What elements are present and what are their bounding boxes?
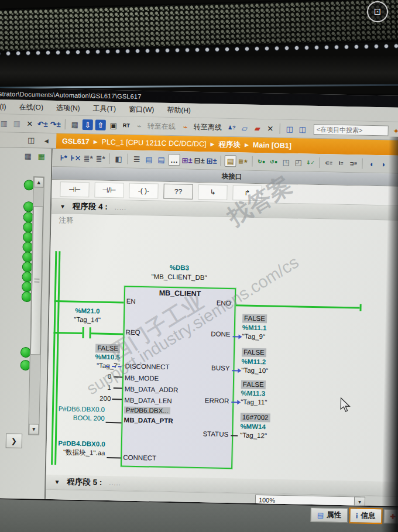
online-plug-icon[interactable]: ⌁ [134,121,145,131]
mb-data-addr-value[interactable]: 1 [71,383,111,392]
go-online-button[interactable]: 转至在线 [147,121,176,132]
pin-disconnect[interactable]: DISCONNECT [125,363,169,371]
network-5-comment-dots[interactable]: ..... [109,479,121,486]
pin-error[interactable]: ERROR [182,396,229,404]
pin-req[interactable]: REQ [126,329,140,336]
breadcrumb-segment[interactable]: PLC_1 [CPU 1211C DC/DC/DC] [102,138,207,149]
menu-item[interactable]: 帮助(H) [167,105,191,115]
start-simulation-icon[interactable]: ▣ [108,120,119,131]
breadcrumb-segment[interactable]: GSL617 [62,137,90,146]
zoom-dropdown-button[interactable]: ▼ [354,496,365,506]
jump-labels-icon[interactable]: ⊟± [194,155,204,166]
no-contact-icon[interactable]: ⊣⊢ [60,181,90,197]
copy-icon[interactable]: ▥ [12,118,22,129]
insert-row-icon[interactable]: ≣* [83,153,93,163]
snapshot-icon[interactable]: ◳ [280,157,291,167]
pin-status[interactable]: STATUS [181,430,228,438]
insert-comment-icon[interactable]: ⊂≡ [323,157,334,168]
close-branch-icon[interactable]: ↱ [232,185,262,201]
pin-en[interactable]: EN [126,298,136,305]
block-db-address[interactable]: %DB3 [125,263,234,272]
collapse-panel-icon[interactable]: ◀ [41,135,52,146]
start-cpu-icon[interactable]: ▱ [239,122,250,133]
ladder-canvas[interactable]: %M21.0 "Tag_14" MB_CLIENT %DB3 "MB_CLIEN… [46,226,398,482]
modify-values-icon[interactable]: ⇓✓ [305,157,315,168]
block-db-name[interactable]: "MB_CLIENT_DB" [124,272,234,282]
show-favorites-icon[interactable]: ⊞± [181,155,192,165]
breadcrumb-segment[interactable]: Main [OB1] [253,141,291,150]
pin-mb-mode[interactable]: MB_MODE [125,374,159,382]
status-address[interactable]: %MW14 [240,422,266,431]
block-call-icon[interactable]: ◧ [113,153,123,164]
error-tag[interactable]: "Tag_11" [241,397,267,407]
busy-tag[interactable]: "Tag_10" [241,366,268,375]
menu-item[interactable]: 在线(O) [19,102,44,112]
split-editor-vertical-icon[interactable]: ◫ [297,123,308,134]
project-library-icon[interactable]: ✦ [391,126,398,136]
scrollbar-thumb[interactable] [30,206,43,355]
network-comments-icon[interactable]: … [168,154,180,166]
pin-mb-data-addr[interactable]: MB_DATA_ADDR [125,385,179,393]
coil-icon[interactable]: -( )- [129,183,159,199]
compile-icon[interactable]: ▦ [70,119,80,130]
detail-view-icon[interactable]: ▦ [23,150,33,161]
delete-network-icon[interactable]: ⊦✕ [70,153,81,163]
done-address[interactable]: %M11.1 [242,324,267,333]
mb-data-len-value[interactable]: 200 [71,394,111,403]
next-error-icon[interactable]: ◗ [378,159,389,169]
split-editor-horizontal-icon[interactable]: ◫ [284,123,295,134]
done-tag[interactable]: "Tag_9" [242,332,265,342]
edit-favorites-icon[interactable]: ▦★ [238,156,248,166]
mb-data-ptr-line2[interactable]: BOOL 200 [53,413,105,423]
insert-network-icon[interactable]: ⊦* [58,152,68,163]
collapse-triangle-5[interactable]: ▼ [54,479,60,485]
pin-mb-data-ptr[interactable]: MB_DATA_PTR [124,416,173,424]
absolute-operands-icon[interactable]: ▤ [156,154,166,164]
stop-cpu-icon[interactable]: ▰ [252,123,263,133]
disconnect-address[interactable]: %M10.5 [72,352,120,362]
tab-properties[interactable]: ▤属性 [310,507,348,523]
download-to-device-icon[interactable]: ⇩ [83,119,93,130]
screen-capture-icon[interactable]: ⊡ [367,1,388,22]
scroll-up-button[interactable]: ▲ [34,177,44,187]
req-operand-tag[interactable]: "Tag_14" [61,315,114,325]
pin-busy[interactable]: BUSY [183,363,229,372]
busy-address[interactable]: %M11.2 [242,357,266,366]
tab-diagnostics[interactable]: ✚诊断 [383,509,398,524]
redo-icon[interactable]: ↷± [50,119,61,129]
go-offline-button[interactable]: 转至离线 [194,122,222,132]
menu-item[interactable]: (I) [0,102,6,111]
refresh-view-icon[interactable]: ▦ [36,150,46,161]
pin-mb-data-len[interactable]: MB_DATA_LEN [124,396,172,404]
previous-error-icon[interactable]: ◖ [366,159,376,169]
load-snapshot-icon[interactable]: ◰ [293,157,303,167]
empty-box-icon[interactable]: ?? [163,184,193,200]
show-tags-icon[interactable]: ⊞± [206,155,217,166]
cross-reference-icon[interactable]: ✕ [265,123,276,133]
goto-network-icon[interactable]: ▤ [224,155,236,167]
undo-icon[interactable]: ↶± [37,118,48,129]
connect-line2[interactable]: "数据块_1".aa [50,448,105,458]
project-search-input[interactable] [314,124,389,136]
pin-eno[interactable]: ENO [184,299,231,307]
insert-branch-icon[interactable]: ≣* [95,153,105,163]
status-tag[interactable]: "Tag_12" [240,431,267,440]
pin-done[interactable]: DONE [184,330,231,338]
menu-item[interactable]: 窗口(W) [129,104,155,115]
accessible-devices-icon[interactable]: ♟? [227,122,237,133]
open-branch-icon[interactable]: ↳ [198,184,228,200]
paste-icon[interactable]: ▥ [0,118,9,128]
error-address[interactable]: %M11.3 [241,389,265,398]
menu-item[interactable]: 选项(N) [56,103,80,114]
convert-icon[interactable]: ⊐≡ [348,158,358,169]
open-all-networks-icon[interactable]: ☰ [131,154,142,164]
collapse-triangle[interactable]: ▼ [60,203,66,210]
mb-data-ptr-line1[interactable]: P#DB6.DBX0.0 [53,404,105,414]
nc-contact-icon[interactable]: ⊣/⊢ [94,182,124,198]
close-all-networks-icon[interactable]: ▤ [143,154,154,164]
toggle-tree-icon[interactable]: ◫ [26,135,36,146]
tab-info[interactable]: i信息 [349,508,382,523]
monitoring-on-icon[interactable]: ↻● [256,156,266,167]
upload-from-device-icon[interactable]: ⇧ [95,119,106,130]
statement-list-icon[interactable]: I≡ [335,158,346,169]
